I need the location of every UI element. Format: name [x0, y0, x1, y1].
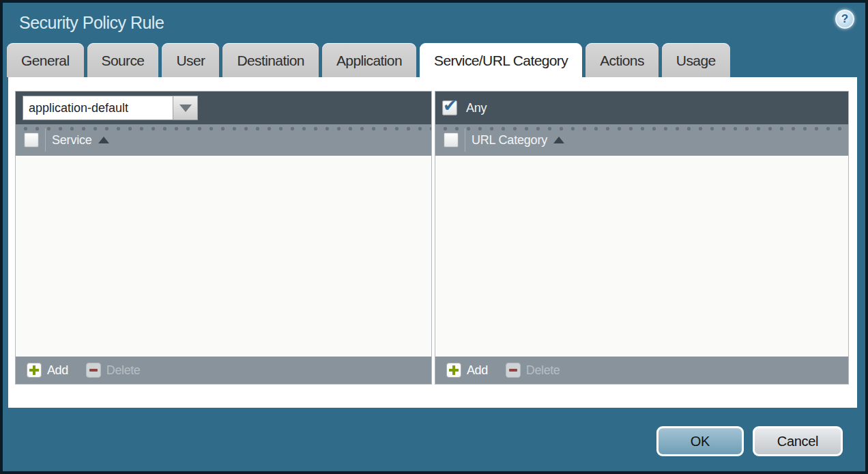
checkmark-icon: ✔ — [443, 96, 457, 114]
service-toolbar — [16, 92, 431, 124]
tab-content: Service Add Delete ✔ Any — [8, 77, 857, 408]
service-select-all-checkbox[interactable] — [24, 133, 39, 148]
delete-label: Delete — [106, 363, 141, 378]
tab-source[interactable]: Source — [87, 43, 159, 77]
ok-button[interactable]: OK — [656, 426, 744, 456]
tab-bar: General Source User Destination Applicat… — [7, 43, 730, 77]
url-category-footer: Add Delete — [435, 357, 848, 384]
tab-application[interactable]: Application — [322, 43, 416, 77]
minus-icon — [86, 363, 101, 378]
service-column-header: Service — [16, 124, 431, 156]
tab-usage[interactable]: Usage — [662, 43, 730, 77]
plus-icon — [446, 363, 461, 378]
service-list — [16, 156, 431, 357]
help-icon[interactable]: ? — [835, 10, 854, 29]
plus-icon — [27, 363, 42, 378]
tab-actions[interactable]: Actions — [585, 43, 659, 77]
header-divider — [45, 128, 46, 152]
service-delete-button[interactable]: Delete — [86, 363, 141, 378]
url-category-add-button[interactable]: Add — [446, 363, 488, 378]
tab-service-url-category[interactable]: Service/URL Category — [420, 43, 582, 77]
tab-destination[interactable]: Destination — [222, 43, 318, 77]
service-add-button[interactable]: Add — [27, 363, 68, 378]
tab-user[interactable]: User — [162, 43, 219, 77]
service-type-dropdown[interactable] — [23, 96, 173, 120]
dialog-title: Security Policy Rule — [19, 3, 164, 43]
minus-icon — [506, 363, 521, 378]
url-category-delete-button[interactable]: Delete — [506, 363, 560, 378]
any-label: Any — [466, 101, 487, 115]
url-category-list — [435, 156, 848, 357]
sort-ascending-icon[interactable] — [98, 137, 109, 143]
security-policy-rule-dialog: Security Policy Rule ? General Source Us… — [3, 3, 865, 471]
url-category-panel: ✔ Any URL Category Add Delete — [435, 91, 849, 385]
service-footer: Add Delete — [16, 357, 431, 384]
add-label: Add — [467, 363, 488, 378]
service-column-label: Service — [52, 133, 92, 148]
header-divider — [465, 128, 465, 152]
url-category-toolbar: ✔ Any — [435, 92, 848, 124]
chevron-down-icon — [179, 104, 192, 112]
delete-label: Delete — [526, 363, 560, 378]
tab-general[interactable]: General — [7, 43, 84, 77]
any-checkbox[interactable]: ✔ — [442, 100, 457, 115]
add-label: Add — [47, 363, 68, 378]
service-panel: Service Add Delete — [15, 91, 432, 385]
url-category-column-header: URL Category — [435, 124, 848, 156]
url-category-column-label: URL Category — [472, 133, 547, 148]
service-type-dropdown-button[interactable] — [173, 96, 198, 120]
url-category-select-all-checkbox[interactable] — [444, 133, 459, 148]
titlebar: Security Policy Rule ? — [3, 3, 865, 43]
sort-ascending-icon[interactable] — [553, 137, 564, 143]
cancel-button[interactable]: Cancel — [753, 426, 843, 456]
